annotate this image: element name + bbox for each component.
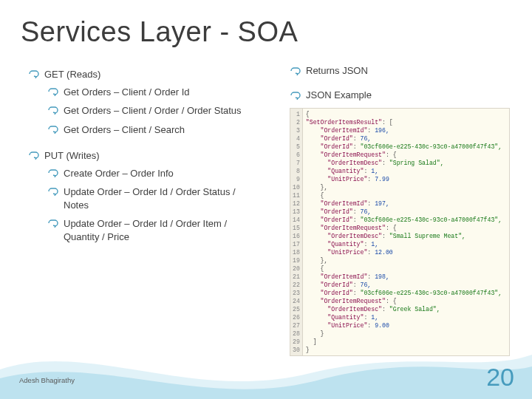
loop-bullet-icon [47,106,61,116]
get-text: Get Orders – Client / Order Id [64,86,257,99]
json-code-block: 1 2 3 4 5 6 7 8 9 10 11 12 13 14 15 16 1… [290,108,510,356]
footer-author: Adesh Bhagirathy [19,376,75,384]
loop-bullet-icon [47,168,61,179]
put-item: Update Order – Order Id / Order Status /… [47,185,257,211]
code-gutter: 1 2 3 4 5 6 7 8 9 10 11 12 13 14 15 16 1… [290,109,303,355]
get-item: Get Orders – Client / Order Id [47,86,257,99]
example-text: JSON Example [306,89,511,100]
loop-bullet-icon [47,219,61,229]
loop-bullet-icon [28,151,41,161]
loop-bullet-icon [290,66,303,77]
get-item: Get Orders – Client / Order / Order Stat… [47,104,257,117]
right-column: Returns JSON JSON Example 1 2 3 4 5 6 7 … [290,65,511,356]
get-heading-row: GET (Reads) [28,68,257,81]
put-heading-row: PUT (Writes) [28,149,257,163]
loop-bullet-icon [47,125,61,135]
returns-text: Returns JSON [306,65,511,76]
put-item: Update Order – Order Id / Order Item / Q… [47,217,257,243]
loop-bullet-icon [47,87,61,98]
get-text: Get Orders – Client / Order / Order Stat… [64,104,257,117]
loop-bullet-icon [47,187,61,197]
code-lines: { "SetOrderItemsResult": [ "OrderItemId"… [303,109,505,355]
put-text: Update Order – Order Id / Order Item / Q… [64,217,257,243]
get-item: Get Orders – Client / Search [47,123,257,137]
get-heading: GET (Reads) [44,68,257,81]
slide-title: Services Layer - SOA [21,16,298,48]
get-text: Get Orders – Client / Search [64,123,257,137]
put-heading: PUT (Writes) [44,149,257,163]
left-column: GET (Reads) Get Orders – Client / Order … [28,68,257,249]
put-item: Create Order – Order Info [47,167,257,180]
page-number: 20 [486,363,514,392]
returns-row: Returns JSON [290,65,511,76]
put-text: Create Order – Order Info [64,167,257,180]
example-row: JSON Example [290,89,511,100]
put-text: Update Order – Order Id / Order Status /… [64,185,257,211]
loop-bullet-icon [290,91,303,101]
loop-bullet-icon [28,69,41,80]
